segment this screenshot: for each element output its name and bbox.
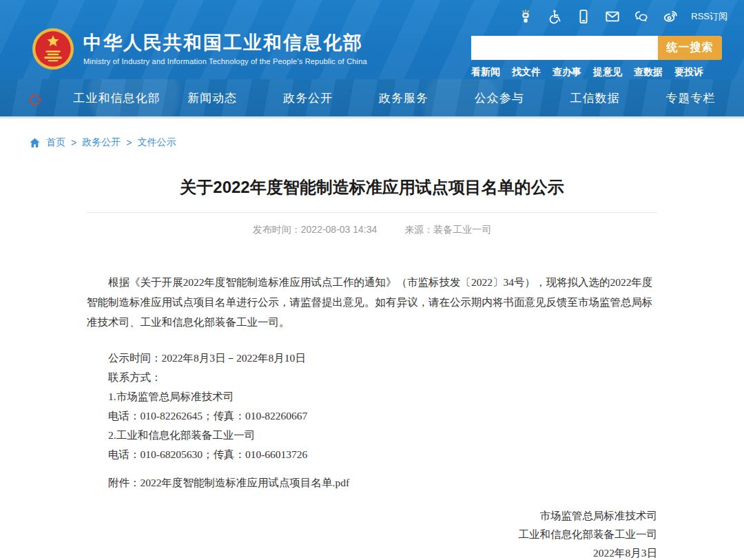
weibo-icon[interactable] [662,8,679,25]
quick-link-suggest[interactable]: 提意见 [593,66,622,79]
attachment-label: 附件： [108,477,141,488]
nav-items: 工业和信息化部 新闻动态 政务公开 政务服务 公众参与 工信数据 专题专栏 [69,90,738,106]
contact-phone-2-line: 电话：010-68205630；传真：010-66013726 [108,445,657,464]
contact-heading-line: 联系方式： [108,368,657,387]
mail-icon[interactable] [604,8,621,25]
site-title: 中华人民共和国工业和信息化部 [83,32,367,53]
nav-item-gov-services[interactable]: 政务服务 [356,90,452,106]
article-meta: 发布时间：2022-08-03 14:34 来源：装备工业一司 [87,224,657,236]
quick-link-data[interactable]: 查数据 [634,66,663,79]
article-content: 关于2022年度智能制造标准应用试点项目名单的公示 发布时间：2022-08-0… [87,176,657,560]
contact-org-1-line: 1.市场监管总局标准技术司 [108,387,657,406]
quick-link-files[interactable]: 找文件 [512,66,541,79]
article-title: 关于2022年度智能制造标准应用试点项目名单的公示 [87,176,657,198]
search-input[interactable] [471,36,658,60]
publicity-period-line: 公示时间：2022年8月3日－2022年8月10日 [108,349,657,368]
nav-item-ministry[interactable]: 工业和信息化部 [69,90,165,106]
breadcrumb-gov-affairs[interactable]: 政务公开 [82,136,121,149]
search-area: 统一搜索 看新闻 找文件 查办事 提意见 查数据 要投诉 [471,36,722,79]
quick-link-complaint[interactable]: 要投诉 [674,66,703,79]
signature-org-2: 工业和信息化部装备工业一司 [87,525,657,543]
nav-item-miit-data[interactable]: 工信数据 [547,90,643,106]
breadcrumb-separator: > [71,137,76,148]
site-header: RSS订阅 中华人民共和国工业和信息化部 Ministry of Industr… [0,0,744,79]
breadcrumb: 首页 > 政务公开 > 文件公示 [29,136,744,149]
nav-item-public-participation[interactable]: 公众参与 [451,90,547,106]
breadcrumb-file-publicity[interactable]: 文件公示 [137,136,176,149]
main-nav: 工业和信息化部 新闻动态 政务公开 政务服务 公众参与 工信数据 专题专栏 [0,79,744,118]
mobile-icon[interactable] [575,8,592,25]
topbar: RSS订阅 [517,8,727,25]
quick-links: 看新闻 找文件 查办事 提意见 查数据 要投诉 [471,66,722,79]
attachment-pdf-link[interactable]: 2022年度智能制造标准应用试点项目名单.pdf [141,477,350,488]
rss-subscribe-link[interactable]: RSS订阅 [691,10,727,23]
accessibility-icon[interactable] [546,8,563,25]
national-emblem-icon [32,28,74,70]
signature-org-1: 市场监管总局标准技术司 [87,506,657,525]
contact-org-2-line: 2.工业和信息化部装备工业一司 [108,426,657,445]
gov-e-logo-icon[interactable] [28,91,44,107]
nav-item-news[interactable]: 新闻动态 [165,90,260,106]
wechat-icon[interactable] [633,8,650,25]
contact-phone-1-line: 电话：010-82262645；传真：010-82260667 [108,406,657,426]
breadcrumb-home[interactable]: 首页 [46,136,65,149]
quick-link-services[interactable]: 查办事 [552,66,581,79]
breadcrumb-separator: > [126,137,132,148]
nav-item-gov-affairs[interactable]: 政务公开 [260,90,356,106]
contact-info: 公示时间：2022年8月3日－2022年8月10日 联系方式： 1.市场监管总局… [87,349,657,464]
article-source: 来源：装备工业一司 [404,224,491,235]
mascot-icon[interactable] [517,8,534,25]
attachment-line: 附件：2022年度智能制造标准应用试点项目名单.pdf [87,473,657,492]
nav-item-special-topics[interactable]: 专题专栏 [643,90,738,106]
publish-time: 发布时间：2022-08-03 14:34 [253,224,378,235]
signature-date: 2022年8月3日 [87,543,657,560]
article-paragraph: 根据《关于开展2022年度智能制造标准应用试点工作的通知》（市监标技发〔2022… [87,272,657,332]
unified-search-button[interactable]: 统一搜索 [658,36,722,60]
title-divider [87,212,657,213]
banner-titles: 中华人民共和国工业和信息化部 Ministry of Industry and … [83,32,367,65]
article-body: 根据《关于开展2022年度智能制造标准应用试点工作的通知》（市监标技发〔2022… [87,272,657,332]
signature-block: 市场监管总局标准技术司 工业和信息化部装备工业一司 2022年8月3日 [87,506,657,560]
home-icon[interactable] [29,137,41,149]
site-banner: 中华人民共和国工业和信息化部 Ministry of Industry and … [32,28,367,70]
quick-link-news[interactable]: 看新闻 [471,66,500,79]
site-subtitle: Ministry of Industry and Information Tec… [83,57,367,65]
